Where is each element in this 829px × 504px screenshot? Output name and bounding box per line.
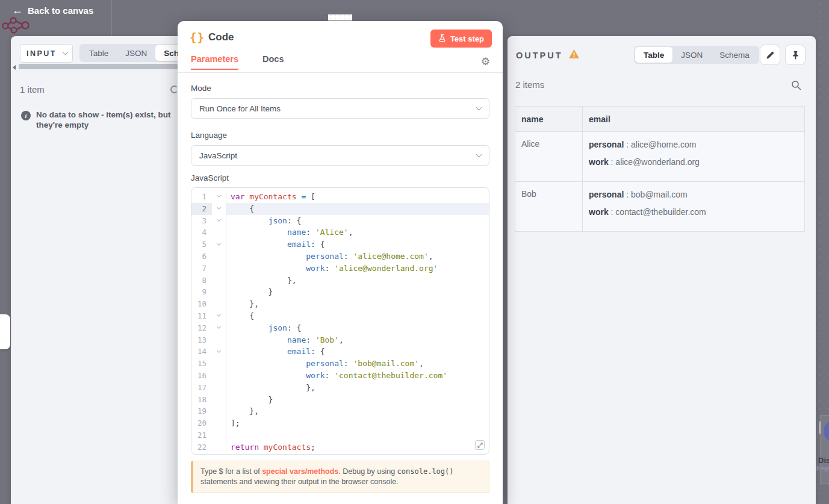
fold-chevron-icon[interactable] xyxy=(212,191,226,203)
code-text: name: 'Bob', xyxy=(226,334,489,346)
cell-name: Alice xyxy=(515,132,583,182)
code-line: 10 }, xyxy=(191,298,489,310)
cell-name: Bob xyxy=(515,182,583,232)
code-line: 20]; xyxy=(191,417,489,429)
language-label: Language xyxy=(191,131,227,140)
line-number: 16 xyxy=(191,370,212,382)
code-line: 19 }, xyxy=(191,405,489,417)
modal-tab-bar: Parameters Docs ⚙ xyxy=(178,54,503,73)
fold-chevron-icon[interactable] xyxy=(212,203,226,215)
fold-gutter xyxy=(212,334,226,346)
code-text: } xyxy=(226,286,489,298)
code-line: 18 } xyxy=(191,394,489,406)
drag-handle[interactable] xyxy=(320,13,361,22)
line-number: 6 xyxy=(191,250,212,263)
line-number: 18 xyxy=(191,394,212,406)
code-text: }, xyxy=(226,405,489,417)
output-tab-table[interactable]: Table xyxy=(635,47,672,63)
input-tab-json[interactable]: JSON xyxy=(117,45,155,61)
mode-select[interactable]: Run Once for All Items xyxy=(191,98,489,119)
fold-gutter xyxy=(212,275,226,287)
input-source-dropdown[interactable]: INPUT xyxy=(20,44,73,63)
line-number: 19 xyxy=(191,405,212,417)
fold-chevron-icon[interactable] xyxy=(212,238,226,250)
mode-label: Mode xyxy=(191,84,211,93)
fold-gutter xyxy=(212,298,226,310)
tab-docs[interactable]: Docs xyxy=(262,54,284,64)
fold-gutter xyxy=(212,394,226,406)
hint-text: . Debug by using xyxy=(338,467,397,476)
background-node-badge: dLega xyxy=(815,465,829,471)
output-table-header-row: name email xyxy=(515,107,805,132)
ndv-overlay: ← Back to canvas Dis dLega INPUT Table J… xyxy=(0,0,829,504)
code-line: 13 name: 'Bob', xyxy=(191,334,489,346)
fold-gutter xyxy=(212,250,226,263)
output-tab-json[interactable]: JSON xyxy=(672,47,711,63)
output-tab-schema[interactable]: Schema xyxy=(711,47,758,63)
fold-gutter xyxy=(212,286,226,298)
code-line: 11 { xyxy=(191,310,489,322)
fold-gutter xyxy=(212,263,226,275)
line-number: 12 xyxy=(191,322,212,334)
code-line: 15 personal: 'bob@mail.com', xyxy=(191,358,489,370)
code-text: work: 'alice@wonderland.org' xyxy=(226,263,489,275)
panel-collapse-handle[interactable] xyxy=(0,314,10,349)
fold-chevron-icon[interactable] xyxy=(212,322,226,334)
output-view-tabs: Table JSON Schema xyxy=(634,46,759,64)
table-row[interactable]: Bobpersonal : bob@mail.comwork : contact… xyxy=(515,182,805,232)
input-empty-state: i No data to show - item(s) exist, but t… xyxy=(21,110,178,130)
test-step-label: Test step xyxy=(450,34,484,43)
code-text: json: { xyxy=(226,322,489,334)
chevron-down-icon xyxy=(63,49,69,55)
tab-parameters[interactable]: Parameters xyxy=(191,54,238,70)
code-text: }, xyxy=(226,382,489,394)
editor-hint: Type $ for a list of special vars/method… xyxy=(191,461,489,493)
line-number: 15 xyxy=(191,358,212,370)
chevron-down-icon xyxy=(476,151,482,157)
line-number: 10 xyxy=(191,298,212,310)
edit-output-button[interactable] xyxy=(760,45,780,65)
scroll-left-arrow-icon[interactable] xyxy=(13,65,16,70)
pin-data-button[interactable] xyxy=(785,45,806,65)
line-number: 13 xyxy=(191,334,212,346)
fold-chevron-icon[interactable] xyxy=(212,346,226,358)
test-step-button[interactable]: Test step xyxy=(430,30,492,48)
fold-chevron-icon[interactable] xyxy=(212,310,226,322)
code-line: 21 xyxy=(191,429,489,441)
hint-code-snippet: console.log() xyxy=(397,467,454,476)
fold-gutter xyxy=(212,417,226,429)
editor-resize-handle[interactable] xyxy=(475,440,485,450)
fold-gutter xyxy=(212,358,226,370)
code-line: 8 }, xyxy=(191,275,489,287)
special-vars-link[interactable]: special vars/methods xyxy=(262,467,338,476)
fold-gutter xyxy=(212,441,226,453)
code-line: 17 }, xyxy=(191,382,489,394)
fold-chevron-icon[interactable] xyxy=(212,215,226,227)
code-line: 6 personal: 'alice@home.com', xyxy=(191,250,489,263)
code-line: 4 name: 'Alice', xyxy=(191,226,489,238)
cell-email: personal : alice@home.comwork : alice@wo… xyxy=(583,132,805,182)
background-node-handle xyxy=(819,422,821,434)
code-line: 2 { xyxy=(191,203,489,215)
table-row[interactable]: Alicepersonal : alice@home.comwork : ali… xyxy=(515,132,805,182)
input-tab-table[interactable]: Table xyxy=(81,45,117,61)
code-editor[interactable]: 1var myContacts = [2 {3 json: {4 name: '… xyxy=(191,187,489,455)
code-line: 7 work: 'alice@wonderland.org' xyxy=(191,263,489,275)
search-icon[interactable] xyxy=(791,80,801,93)
warning-icon xyxy=(569,49,579,61)
gear-icon[interactable]: ⚙ xyxy=(481,55,490,68)
code-text: { xyxy=(226,310,489,322)
input-panel-title: INPUT xyxy=(26,49,57,58)
back-to-canvas-label: Back to canvas xyxy=(28,5,93,16)
output-panel: OUTPUT Table JSON Schema 2 items name em… xyxy=(508,36,816,504)
line-number: 5 xyxy=(191,238,212,250)
column-header-name: name xyxy=(515,107,583,132)
code-text: } xyxy=(226,394,489,406)
language-value: JavaScript xyxy=(199,151,237,160)
code-text: name: 'Alice', xyxy=(226,226,489,238)
input-horizontal-scrollbar[interactable] xyxy=(19,64,178,69)
node-title[interactable]: Code xyxy=(208,31,234,43)
code-line: 14 email: { xyxy=(191,346,489,358)
language-select[interactable]: JavaScript xyxy=(191,145,489,166)
fold-gutter xyxy=(212,382,226,394)
